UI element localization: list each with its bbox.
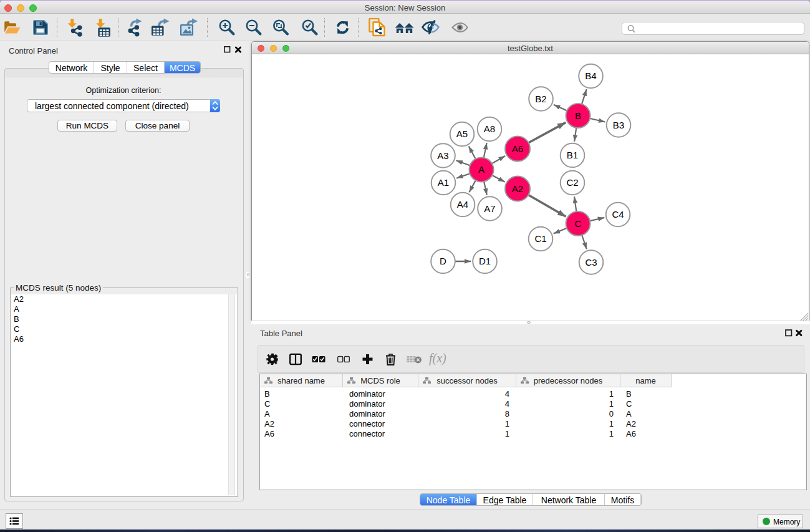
svg-text:A6: A6: [512, 143, 523, 154]
svg-text:B2: B2: [535, 94, 546, 104]
svg-text:A5: A5: [456, 128, 468, 139]
svg-text:C1: C1: [534, 233, 546, 244]
svg-text:B4: B4: [585, 70, 596, 81]
svg-text:D: D: [440, 256, 446, 266]
svg-text:C: C: [575, 218, 582, 229]
svg-text:B1: B1: [567, 150, 578, 160]
svg-text:C4: C4: [612, 209, 624, 220]
svg-text:C3: C3: [585, 257, 597, 268]
svg-text:C2: C2: [566, 177, 578, 188]
svg-text:A3: A3: [437, 150, 448, 161]
svg-text:A7: A7: [484, 203, 495, 214]
svg-text:A8: A8: [484, 123, 495, 134]
svg-text:D1: D1: [479, 256, 491, 266]
svg-text:A1: A1: [438, 177, 449, 188]
svg-text:A4: A4: [457, 199, 468, 210]
svg-text:B: B: [575, 110, 581, 121]
svg-text:A2: A2: [512, 183, 523, 194]
svg-text:B3: B3: [613, 120, 624, 130]
svg-text:A: A: [478, 164, 485, 175]
